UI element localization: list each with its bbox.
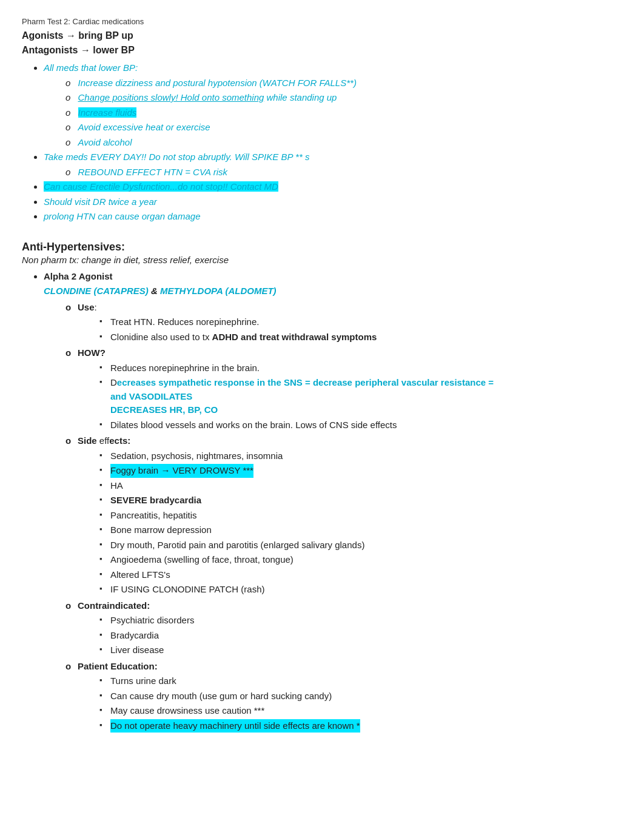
how-section: o HOW? ▪ Reduces norepinephrine in the b…: [65, 346, 622, 433]
alpha2-item: Alpha 2 Agonist CLONDINE (CATAPRES) & ME…: [44, 270, 622, 734]
pe-item2: ▪ Can cause dry mouth (use gum or hard s…: [99, 689, 360, 703]
anti-hyp-heading: Anti-Hypertensives:: [22, 241, 622, 253]
se-item7: ▪ Dry mouth, Parotid pain and parotitis …: [99, 538, 364, 552]
side-effects-section: o Side effects: ▪ Sedation, psychosis, n…: [65, 434, 622, 598]
patient-education-section: o Patient Education: ▪ Turns urine dark …: [65, 660, 622, 734]
se-item4: ▪ SEVERE bradycardia: [99, 494, 364, 508]
bullet4: Should visit DR twice a year: [44, 195, 622, 209]
pe-item4: ▪ Do not operate heavy machinery until s…: [99, 719, 360, 733]
agonists-line: Agonists → bring BP up: [22, 29, 622, 43]
use-section: o Use: ▪ Treat HTN. Reduces norepinephri…: [65, 301, 622, 346]
bullet2: Take meds EVERY DAY!! Do not stop abrupt…: [44, 150, 622, 179]
page-title: Pharm Test 2: Cardiac medications: [22, 17, 622, 26]
se-item3: ▪ HA: [99, 479, 364, 493]
se-item2: ▪ Foggy brain → VERY DROWSY ***: [99, 464, 364, 478]
se-item5: ▪ Pancreatitis, hepatitis: [99, 509, 364, 523]
contra-item1: ▪ Psychiatric disorders: [99, 614, 194, 628]
bullet1-sub4: Avoid excessive heat or exercise: [65, 121, 622, 135]
antagonists-line: Antagonists → lower BP: [22, 43, 622, 58]
non-pharm: Non pharm tx: change in diet, stress rel…: [22, 255, 622, 265]
drug-names: CLONDINE (CATAPRES) & METHYLDOPA (ALDOME…: [44, 284, 622, 298]
bullet5: prolong HTN can cause organ damage: [44, 210, 622, 224]
bullet1: All meds that lower BP: Increase dizzine…: [44, 61, 622, 149]
bullet1-sub3: Increase fluids: [65, 106, 622, 120]
se-item10: ▪ IF USING CLONODINE PATCH (rash): [99, 583, 364, 597]
use-item1: ▪ Treat HTN. Reduces norepinephrine.: [99, 315, 377, 329]
bullet1-sub5: Avoid alcohol: [65, 136, 622, 150]
contra-item3: ▪ Liver disease: [99, 643, 194, 657]
how-item2: ▪ Decreases sympathetic response in the …: [99, 376, 494, 417]
bullet3: Can cause Erectile Dysfunction...do not …: [44, 180, 622, 194]
bullet2-sub1: REBOUND EFFECT HTN = CVA risk: [65, 166, 622, 179]
se-item9: ▪ Altered LFTS's: [99, 568, 364, 582]
how-item3: ▪ Dilates blood vessels and works on the…: [99, 418, 494, 432]
se-item1: ▪ Sedation, psychosis, nightmares, insom…: [99, 449, 364, 463]
how-item1: ▪ Reduces norepinephrine in the brain.: [99, 361, 494, 375]
pe-item1: ▪ Turns urine dark: [99, 674, 360, 688]
bullet1-sub1: Increase dizziness and postural hypotens…: [65, 76, 622, 90]
use-item2: ▪ Clonidine also used to tx ADHD and tre…: [99, 330, 377, 344]
contra-item2: ▪ Bradycardia: [99, 629, 194, 643]
bullet1-sub2: Change positions slowly! Hold onto somet…: [65, 91, 622, 105]
se-item8: ▪ Angioedema (swelling of face, throat, …: [99, 553, 364, 567]
pe-item3: ▪ May cause drowsiness use caution ***: [99, 704, 360, 718]
contraindicated-section: o Contraindicated: ▪ Psychiatric disorde…: [65, 599, 622, 659]
se-item6: ▪ Bone marrow depression: [99, 523, 364, 537]
